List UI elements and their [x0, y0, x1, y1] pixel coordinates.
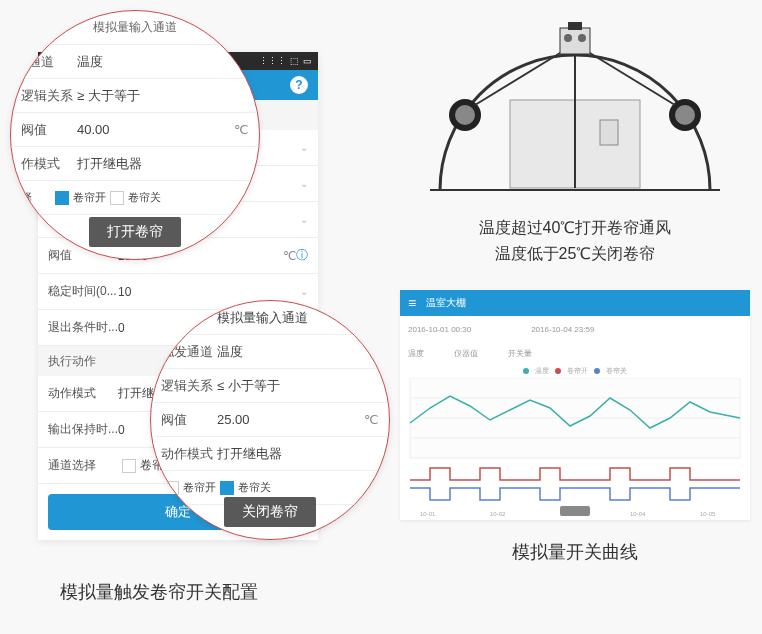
signal-icon: ⋮⋮⋮ — [259, 56, 286, 66]
chart-body: 10-01 10-02 10-03 10-04 10-05 — [408, 378, 742, 518]
menu-icon[interactable] — [408, 295, 420, 311]
chart-caption: 模拟量开关曲线 — [420, 540, 730, 564]
checkbox-icon[interactable] — [55, 191, 69, 205]
info-icon[interactable]: ⓘ — [296, 247, 308, 264]
svg-rect-10 — [560, 28, 590, 54]
svg-text:10-05: 10-05 — [700, 511, 716, 517]
checkbox-icon[interactable] — [110, 191, 124, 205]
form-row: 作模式打开继电器 — [11, 147, 259, 181]
chevron-down-icon: ⌄ — [300, 286, 308, 297]
svg-point-7 — [675, 105, 695, 125]
magnifier-close: 源类型模拟量输入通道触发通道温度逻辑关系≤ 小于等于阀值25.00℃动作模式打开… — [150, 300, 390, 540]
form-row: 阀值40.00℃ — [11, 113, 259, 147]
lens1-checkboxes: 择 卷帘开 卷帘关 — [11, 181, 259, 215]
form-row: 阀值25.00℃ — [151, 403, 389, 437]
form-row: x通道温度 — [11, 45, 259, 79]
svg-rect-23 — [560, 506, 590, 516]
wifi-icon: ⬚ — [290, 56, 299, 66]
main-caption: 模拟量触发卷帘开关配置 — [60, 580, 258, 604]
checkbox-icon[interactable] — [122, 459, 136, 473]
battery-icon: ▭ — [303, 56, 312, 66]
lens-tag-open: 打开卷帘 — [89, 217, 181, 247]
lens-tag-close: 关闭卷帘 — [224, 497, 316, 527]
chevron-down-icon: ⌄ — [300, 214, 308, 225]
svg-text:10-01: 10-01 — [420, 511, 436, 517]
svg-rect-13 — [568, 22, 582, 30]
form-row: 动作模式打开继电器 — [151, 437, 389, 471]
svg-point-12 — [578, 34, 586, 42]
svg-rect-3 — [600, 120, 618, 145]
chart-legend: 温度 卷帘开 卷帘关 — [400, 364, 750, 378]
magnifier-open: 模拟量输入通道 x通道温度逻辑关系≥ 大于等于阀值40.00℃作模式打开继电器 … — [10, 10, 260, 260]
greenhouse-diagram — [420, 20, 730, 200]
form-row: 逻辑关系≥ 大于等于 — [11, 79, 259, 113]
chevron-down-icon: ⌄ — [300, 142, 308, 153]
svg-line-9 — [585, 50, 675, 105]
greenhouse-caption: 温度超过40℃打开卷帘通风 温度低于25℃关闭卷帘 — [420, 215, 730, 266]
form-row: 逻辑关系≤ 小于等于 — [151, 369, 389, 403]
form-row: 触发通道温度 — [151, 335, 389, 369]
help-icon[interactable]: ? — [290, 76, 308, 94]
chart-tabs: 温度 仪器值 开关量 — [400, 342, 750, 364]
svg-text:10-02: 10-02 — [490, 511, 506, 517]
svg-point-11 — [564, 34, 572, 42]
chart-daterange: 2016-10-01 00:30 2016-10-04 23:59 — [400, 316, 750, 342]
svg-text:10-04: 10-04 — [630, 511, 646, 517]
svg-line-8 — [475, 50, 565, 105]
chart-panel: 温室大棚 2016-10-01 00:30 2016-10-04 23:59 温… — [400, 290, 750, 520]
chart-header: 温室大棚 — [400, 290, 750, 316]
lens1-title: 模拟量输入通道 — [11, 11, 259, 45]
svg-point-5 — [455, 105, 475, 125]
chevron-down-icon: ⌄ — [300, 178, 308, 189]
checkbox-icon[interactable] — [220, 481, 234, 495]
